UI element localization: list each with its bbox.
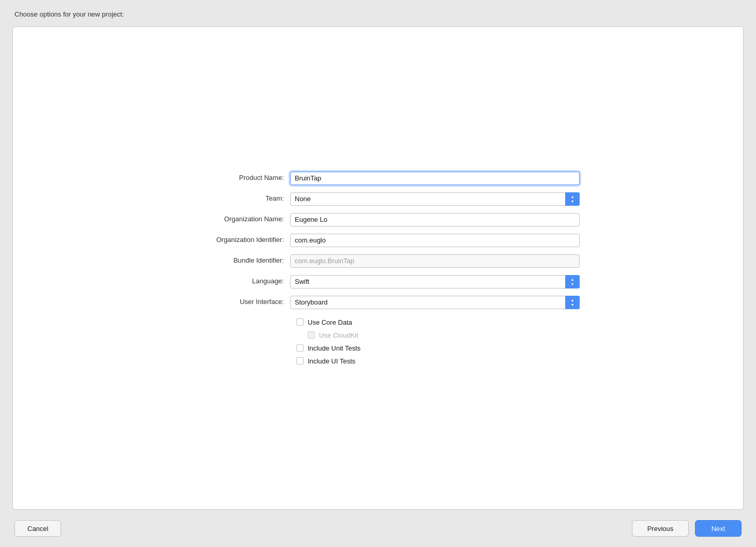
use-core-data-row: Use Core Data — [296, 318, 580, 326]
org-name-row: Organization Name: — [176, 213, 580, 226]
page-header: Choose options for your new project: — [12, 10, 744, 18]
team-row: Team: None Add an Account... — [176, 192, 580, 206]
main-panel: Product Name: Team: None Add an Account.… — [12, 26, 744, 510]
use-cloudkit-label: Use CloudKit — [319, 331, 358, 339]
org-identifier-label: Organization Identifier: — [176, 235, 290, 245]
ui-select-wrapper: Storyboard SwiftUI — [290, 296, 580, 309]
language-select[interactable]: Swift Objective-C — [290, 275, 580, 288]
include-ui-tests-label: Include UI Tests — [308, 357, 355, 365]
ui-label: User Interface: — [176, 297, 290, 307]
include-ui-tests-row: Include UI Tests — [296, 357, 580, 365]
ui-select[interactable]: Storyboard SwiftUI — [290, 296, 580, 309]
bundle-identifier-label: Bundle Identifier: — [176, 256, 290, 265]
product-name-row: Product Name: — [176, 172, 580, 185]
team-label: Team: — [176, 194, 290, 203]
bundle-identifier-row: Bundle Identifier: — [176, 254, 580, 268]
org-identifier-row: Organization Identifier: — [176, 234, 580, 247]
use-cloudkit-row: Use CloudKit — [308, 331, 580, 339]
language-select-wrapper: Swift Objective-C — [290, 275, 580, 288]
language-label: Language: — [176, 277, 290, 286]
next-button[interactable]: Next — [695, 520, 742, 537]
org-name-input[interactable] — [290, 213, 580, 226]
form-container: Product Name: Team: None Add an Account.… — [176, 172, 580, 365]
product-name-input[interactable] — [290, 172, 580, 185]
org-name-label: Organization Name: — [176, 215, 290, 224]
include-unit-tests-checkbox[interactable] — [296, 344, 304, 352]
use-cloudkit-checkbox[interactable] — [308, 331, 315, 339]
bundle-identifier-input — [290, 254, 580, 268]
include-unit-tests-row: Include Unit Tests — [296, 344, 580, 352]
product-name-label: Product Name: — [176, 173, 290, 183]
include-ui-tests-checkbox[interactable] — [296, 357, 304, 364]
previous-button[interactable]: Previous — [632, 520, 689, 537]
use-core-data-label: Use Core Data — [308, 318, 352, 326]
team-select[interactable]: None Add an Account... — [290, 192, 580, 206]
footer: Cancel Previous Next — [12, 520, 744, 537]
checkboxes-section: Use Core Data Use CloudKit Include Unit … — [296, 318, 580, 365]
org-identifier-input[interactable] — [290, 234, 580, 247]
language-row: Language: Swift Objective-C — [176, 275, 580, 288]
include-unit-tests-label: Include Unit Tests — [308, 344, 360, 352]
footer-right: Previous Next — [632, 520, 742, 537]
team-select-wrapper: None Add an Account... — [290, 192, 580, 206]
ui-row: User Interface: Storyboard SwiftUI — [176, 296, 580, 309]
cancel-button[interactable]: Cancel — [14, 520, 61, 537]
use-core-data-checkbox[interactable] — [296, 318, 304, 326]
